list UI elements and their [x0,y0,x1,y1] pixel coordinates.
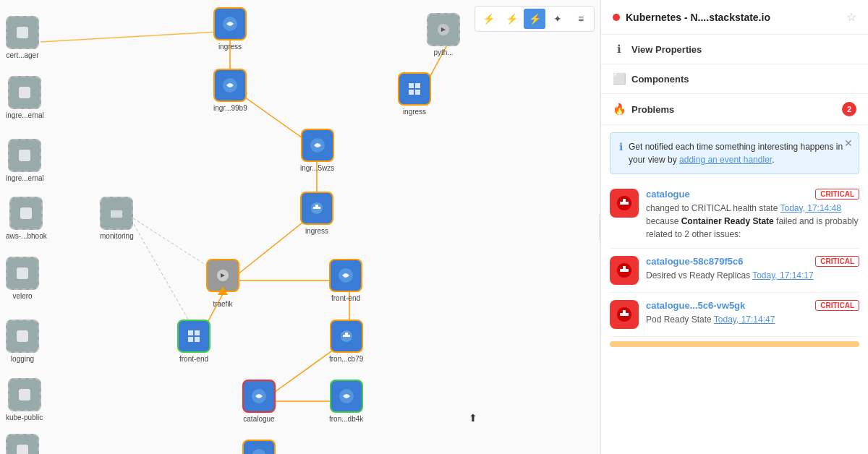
svg-point-33 [252,449,266,454]
toolbar: ⚡ ⚡ ⚡ ✦ ≡ [475,6,595,32]
node-traefik[interactable]: traefik [206,259,239,308]
svg-rect-13 [17,27,28,38]
node-label-kube-public: kube-public [6,414,43,421]
node-label-catalogue: catalogue [243,415,274,423]
node-catalogue[interactable]: catalogue [242,380,276,423]
node-label-frontend-bottom-left: front-end [179,355,208,363]
node-ingress-mid[interactable]: ingress [300,192,333,235]
banner-text: Get notified each time something interes… [629,140,850,166]
svg-rect-35 [409,83,414,88]
node-python[interactable]: pyth... [427,13,460,56]
highlight-catalogue: Container Ready State [681,216,774,226]
problem-avatar-catalogue [610,189,639,218]
toolbar-btn-bolt3[interactable]: ⚡ [524,9,545,29]
problem-item-catalogue-5c6: catalogue...5c6-vw5gk CRITICAL Pod Ready… [610,293,859,337]
svg-rect-38 [415,90,420,95]
cursor-indicator: ⬆ [469,412,477,424]
problem-header-catalogue-58c: catalogue-58c879f5c6 CRITICAL [646,256,859,267]
timestamp-58c[interactable]: Today, 17:14:17 [752,270,814,280]
node-label-python: pyth... [433,48,453,56]
svg-rect-18 [17,330,28,342]
node-aws-bhook[interactable]: aws-...bhook [6,197,47,240]
right-panel: Kubernetes - N....stackstate.io ☆ ℹ View… [600,0,868,454]
node-label-traefik: traefik [213,300,232,308]
square-icon: ⬜ [613,72,626,85]
panel-collapse-button[interactable]: › [599,214,600,240]
svg-rect-36 [415,83,420,88]
node-frontend-bottom-left[interactable]: front-end [177,320,210,363]
node-cert-manager[interactable]: cert...ager [6,16,39,59]
node-fron-cb79[interactable]: fron...cb79 [329,320,363,363]
node-label-ingress-99b9: ingr...99b9 [213,104,247,112]
problems-list: catalogue CRITICAL changed to CRITICAL h… [601,181,868,454]
problem-header-catalogue-5c6: catalogue...5c6-vw5gk CRITICAL [646,300,859,311]
node-label-monitoring: monitoring [100,232,134,240]
node-label-frontend-left: front-end [331,294,360,302]
node-label-fron-db4k: fron...db4k [329,415,363,423]
desc-after-catalogue: because [646,216,681,226]
desc-before-5c6: Pod Ready State [646,314,714,325]
star-button[interactable]: ☆ [846,10,856,24]
problem-content-catalogue-5c6: catalogue...5c6-vw5gk CRITICAL Pod Ready… [646,300,859,329]
problem-avatar-catalogue-5c6 [610,300,639,329]
components-section[interactable]: ⬜ Components [601,64,868,94]
toolbar-btn-list[interactable]: ≡ [570,9,592,29]
node-ingre-ernal1[interactable]: ingre...ernal [6,76,44,119]
panel-title: Kubernetes - N....stackstate.io [626,12,841,23]
problem-item-catalogue: catalogue CRITICAL changed to CRITICAL h… [610,181,859,249]
node-label-logging: logging [11,355,34,363]
banner-text-after: . [772,155,774,165]
critical-badge-catalogue-5c6: CRITICAL [815,300,859,311]
toolbar-btn-nodes[interactable]: ✦ [547,9,569,29]
node-cata-f5c6[interactable]: cata...f5c6 [242,440,276,454]
node-default[interactable]: default [6,434,39,454]
panel-header: Kubernetes - N....stackstate.io ☆ [601,0,868,35]
svg-rect-29 [188,337,193,342]
timestamp-catalogue[interactable]: Today, 17:14:48 [780,203,841,213]
svg-rect-21 [111,210,122,218]
node-label-ingress-right: ingress [403,108,426,116]
event-handler-link[interactable]: adding an event handler [679,155,772,165]
more-items-indicator [610,341,859,347]
problem-name-catalogue[interactable]: catalogue [646,189,690,200]
status-dot [613,14,620,21]
node-velero[interactable]: velero [6,257,39,300]
node-ingre-ernal2[interactable]: ingre...ernal [6,139,44,182]
svg-rect-14 [19,87,30,98]
node-ingress-5wzs[interactable]: ingr...5wzs [300,129,334,172]
svg-line-0 [41,31,230,42]
toolbar-btn-bolt2[interactable]: ⚡ [501,9,522,29]
node-fron-db4k[interactable]: fron...db4k [329,380,363,423]
node-monitoring[interactable]: monitoring [100,197,134,240]
node-label-ingress-top: ingress [218,43,242,51]
node-ingress-right[interactable]: ingress [398,72,431,116]
banner-info-icon: ℹ [619,141,623,166]
info-banner: ℹ Get notified each time something inter… [610,132,859,174]
svg-rect-37 [409,90,414,95]
problem-header-catalogue: catalogue CRITICAL [646,189,859,200]
timestamp-5c6[interactable]: Today, 17:14:47 [714,314,775,325]
node-ingress-top[interactable]: ingress [213,7,247,51]
problem-desc-catalogue-58c: Desired vs Ready Replicas Today, 17:14:1… [646,269,859,282]
banner-close-button[interactable]: ✕ [844,137,853,149]
problem-item-catalogue-58c: catalogue-58c879f5c6 CRITICAL Desired vs… [610,249,859,293]
svg-rect-20 [17,445,28,454]
node-frontend-left[interactable]: front-end [329,259,362,302]
problem-desc-catalogue-5c6: Pod Ready State Today, 17:14:47 [646,313,859,326]
node-label-aws-bhook: aws-...bhook [6,232,47,240]
problem-name-catalogue-58c[interactable]: catalogue-58c879f5c6 [646,256,743,267]
node-ingress-99b9[interactable]: ingr...99b9 [213,69,247,112]
toolbar-btn-bolt1[interactable]: ⚡ [477,9,499,29]
desc-before-catalogue: changed to CRITICAL health state [646,203,780,213]
problems-section[interactable]: 🔥 Problems 2 [601,94,868,125]
view-properties-section[interactable]: ℹ View Properties [601,35,868,64]
problem-name-catalogue-5c6[interactable]: catalogue...5c6-vw5gk [646,300,745,311]
node-kube-public[interactable]: kube-public [6,378,43,421]
svg-rect-16 [20,207,32,219]
critical-badge-catalogue: CRITICAL [815,189,859,200]
node-label-ingre-ernal1: ingre...ernal [6,111,44,119]
node-label-ingre-ernal2: ingre...ernal [6,174,44,182]
node-logging[interactable]: logging [6,320,39,363]
critical-badge-catalogue-58c: CRITICAL [815,256,859,267]
components-label: Components [631,74,856,85]
